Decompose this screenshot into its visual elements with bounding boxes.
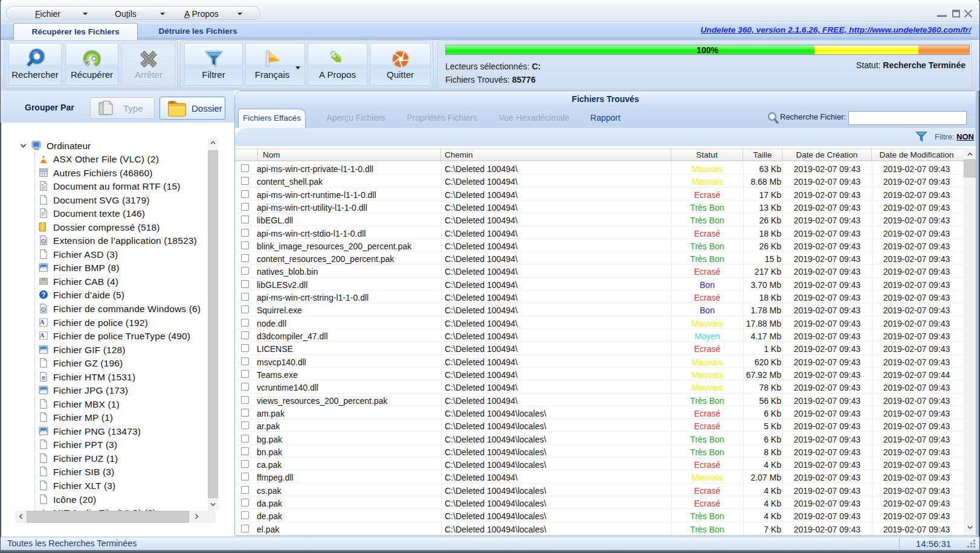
svg-text:?: ? xyxy=(42,291,46,298)
svg-text:A: A xyxy=(40,319,45,325)
svg-text:e: e xyxy=(42,373,45,380)
svg-text:A: A xyxy=(40,332,45,339)
